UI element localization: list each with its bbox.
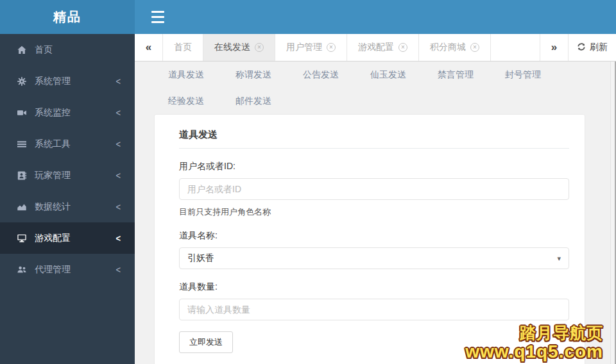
send-button[interactable]: 立即发送	[179, 331, 233, 353]
tab-user-manage[interactable]: 用户管理 ×	[275, 34, 347, 61]
gear-icon	[17, 77, 28, 86]
sidebar-item-system-tools[interactable]: 系统工具 <	[0, 128, 135, 160]
item-name-label: 道具名称:	[179, 230, 569, 242]
sidebar-item-system-manage[interactable]: 系统管理 <	[0, 65, 135, 97]
brand-title: 精品	[53, 8, 81, 26]
sidebar-item-label: 代理管理	[35, 264, 71, 276]
close-icon[interactable]: ×	[470, 43, 479, 52]
chevron-left-icon: <	[116, 170, 121, 181]
address-book-icon	[17, 171, 28, 180]
refresh-button[interactable]: 刷新	[568, 34, 616, 61]
tab-label: 游戏配置	[358, 42, 394, 53]
sidebar-item-system-monitor[interactable]: 系统监控 <	[0, 97, 135, 128]
area-chart-icon	[17, 203, 28, 211]
list-icon	[17, 140, 28, 149]
close-icon[interactable]: ×	[327, 43, 336, 52]
sidebar-item-home[interactable]: 首页	[0, 34, 135, 65]
sidebar-item-player-manage[interactable]: 玩家管理 <	[0, 160, 135, 191]
subnav: 道具发送 称谓发送 公告发送 仙玉发送 禁言管理 封号管理 经验发送 邮件发送	[135, 62, 607, 114]
sidebar-item-label: 系统监控	[35, 107, 71, 119]
tabs-scroll-right-button[interactable]: »	[540, 34, 568, 61]
refresh-label: 刷新	[590, 42, 608, 53]
chevron-left-icon: <	[116, 233, 121, 244]
subnav-item-mail-send[interactable]: 邮件发送	[235, 95, 271, 107]
watermark-line2: www.q1q5.com	[465, 342, 603, 361]
brand-logo[interactable]: 精品	[0, 0, 135, 34]
tab-points-mall[interactable]: 积分商城 ×	[419, 34, 491, 61]
sidebar-item-label: 游戏配置	[35, 233, 71, 244]
sidebar-item-label: 系统工具	[35, 138, 71, 150]
watermark: 踏月导航页 www.q1q5.com	[465, 324, 603, 361]
sidebar-item-label: 首页	[35, 44, 53, 56]
hamburger-icon[interactable]	[151, 11, 164, 23]
tab-online-send[interactable]: 在线发送 ×	[203, 34, 275, 61]
close-icon[interactable]: ×	[398, 43, 407, 52]
desktop-icon	[17, 234, 28, 243]
tab-label: 首页	[174, 42, 192, 53]
quantity-field[interactable]	[179, 299, 569, 320]
close-icon[interactable]: ×	[255, 43, 264, 52]
item-count-label: 道具数量:	[179, 281, 569, 293]
sidebar-item-agent-manage[interactable]: 代理管理 <	[0, 254, 135, 285]
username-label: 用户名或者ID:	[179, 161, 569, 172]
tab-label: 在线发送	[214, 42, 250, 53]
watermark-line1: 踏月导航页	[465, 324, 603, 342]
tabs-scroll-left-button[interactable]: «	[135, 34, 163, 61]
chevron-left-icon: <	[116, 107, 121, 118]
sidebar: 首页 系统管理 < 系统监控 < 系统工具 <	[0, 34, 135, 364]
sidebar-item-label: 数据统计	[35, 201, 71, 213]
panel-title: 道具发送	[179, 124, 569, 149]
refresh-icon	[577, 42, 586, 53]
item-name-selected-value: 引妖香	[187, 252, 214, 264]
subnav-item-ban-manage[interactable]: 封号管理	[505, 69, 541, 81]
chevron-left-icon: <	[116, 201, 121, 212]
sidebar-item-label: 玩家管理	[35, 170, 71, 181]
chevron-left-icon: <	[116, 138, 121, 149]
chevron-left-icon: <	[116, 264, 121, 275]
tab-bar: « 首页 在线发送 × 用户管理 × 游戏配置 × 积分商城 × » 刷新	[135, 34, 616, 62]
top-navbar	[135, 0, 616, 34]
subnav-item-title-send[interactable]: 称谓发送	[235, 69, 271, 81]
chevron-left-icon: <	[116, 76, 121, 87]
chevron-down-icon: ▾	[557, 254, 561, 263]
username-hint: 目前只支持用户角色名称	[179, 206, 569, 218]
subnav-item-notice-send[interactable]: 公告发送	[303, 69, 339, 81]
tab-home[interactable]: 首页	[163, 34, 203, 61]
video-camera-icon	[17, 108, 28, 117]
sidebar-item-label: 系统管理	[35, 76, 71, 87]
item-name-select[interactable]: 引妖香 ▾	[179, 247, 569, 269]
sidebar-item-game-config[interactable]: 游戏配置 <	[0, 222, 135, 254]
tab-label: 积分商城	[430, 42, 466, 53]
subnav-item-xianyu-send[interactable]: 仙玉发送	[370, 69, 406, 81]
subnav-item-item-send[interactable]: 道具发送	[168, 69, 204, 81]
vertical-scrollbar[interactable]	[610, 62, 616, 364]
home-icon	[17, 46, 28, 54]
tab-game-config[interactable]: 游戏配置 ×	[347, 34, 419, 61]
users-icon	[17, 265, 28, 274]
subnav-item-exp-send[interactable]: 经验发送	[168, 95, 204, 107]
subnav-item-mute-manage[interactable]: 禁言管理	[438, 69, 474, 81]
sidebar-item-data-stats[interactable]: 数据统计 <	[0, 191, 135, 222]
username-field[interactable]	[179, 178, 569, 200]
tab-label: 用户管理	[286, 42, 322, 53]
